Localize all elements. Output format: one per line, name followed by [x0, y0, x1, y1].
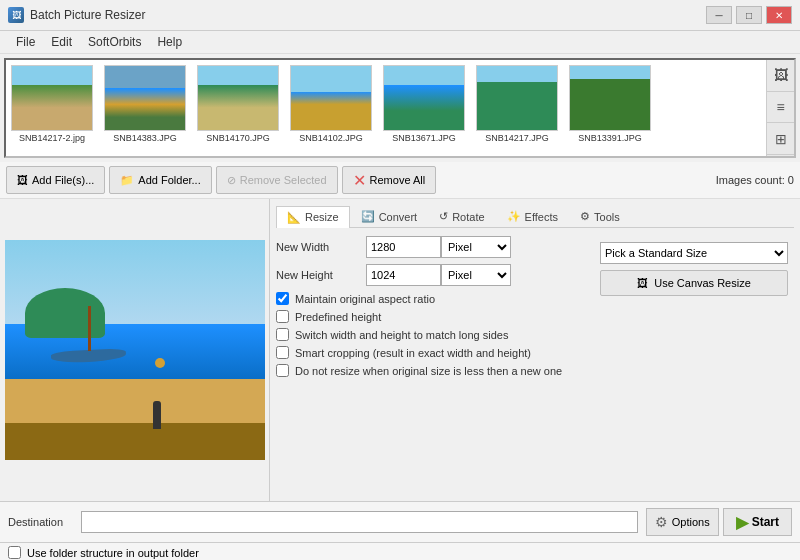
tab-rotate-label: Rotate — [452, 211, 484, 223]
standard-size-select[interactable]: Pick a Standard Size 800x600 1024x768 12… — [600, 242, 788, 264]
island-shape — [25, 288, 105, 338]
preview-image-container — [5, 240, 265, 460]
tab-convert[interactable]: 🔄 Convert — [350, 205, 429, 227]
thumbnail-strip: SNB14217-2.jpg SNB14383.JPG SNB14170.JPG… — [4, 58, 796, 158]
minimize-button[interactable]: ─ — [706, 6, 732, 24]
resize-content: New Width Pixel Percent Cm Inch New Heig… — [276, 236, 794, 382]
titlebar: 🖼 Batch Picture Resizer ─ □ ✕ — [0, 0, 800, 31]
tab-resize-label: Resize — [305, 211, 339, 223]
thumbnail-item[interactable]: SNB13671.JPG — [383, 65, 465, 143]
thumbnail-list: SNB14217-2.jpg SNB14383.JPG SNB14170.JPG… — [11, 65, 657, 143]
smart-crop-checkbox[interactable] — [276, 346, 289, 359]
content-area: 📐 Resize 🔄 Convert ↺ Rotate ✨ Effects ⚙ — [0, 199, 800, 501]
thumbnail-item[interactable]: SNB14102.JPG — [290, 65, 372, 143]
no-resize-checkbox[interactable] — [276, 364, 289, 377]
switch-sides-checkbox[interactable] — [276, 328, 289, 341]
options-button[interactable]: ⚙ Options — [646, 508, 719, 536]
app-icon: 🖼 — [8, 7, 24, 23]
menu-softorbits[interactable]: SoftOrbits — [80, 33, 149, 51]
preview-panel — [0, 199, 270, 501]
thumbnail-sidebar: 🖼 ≡ ⊞ — [766, 60, 794, 156]
thumbnail-image — [104, 65, 186, 131]
thumbnail-image — [569, 65, 651, 131]
thumbnail-label: SNB14102.JPG — [290, 133, 372, 143]
height-label: New Height — [276, 269, 366, 281]
start-button[interactable]: ▶ Start — [723, 508, 792, 536]
close-button[interactable]: ✕ — [766, 6, 792, 24]
menubar: File Edit SoftOrbits Help — [0, 31, 800, 54]
height-unit-select[interactable]: Pixel Percent Cm Inch — [441, 264, 511, 286]
thumbnail-item[interactable]: SNB14217-2.jpg — [11, 65, 93, 143]
sidebar-view-large[interactable]: 🖼 — [767, 60, 794, 92]
resize-form: New Width Pixel Percent Cm Inch New Heig… — [276, 236, 586, 382]
rotate-icon: ↺ — [439, 210, 448, 223]
remove-all-button[interactable]: ✕ Remove All — [342, 166, 437, 194]
no-resize-row: Do not resize when original size is less… — [276, 364, 586, 377]
switch-sides-row: Switch width and height to match long si… — [276, 328, 586, 341]
thumbnail-item[interactable]: SNB14217.JPG — [476, 65, 558, 143]
thumbnail-image — [290, 65, 372, 131]
height-input[interactable] — [366, 264, 441, 286]
switch-sides-label: Switch width and height to match long si… — [295, 329, 508, 341]
thumbnail-image — [383, 65, 465, 131]
tab-tools[interactable]: ⚙ Tools — [569, 205, 631, 227]
predefined-height-checkbox[interactable] — [276, 310, 289, 323]
person-head — [155, 358, 165, 368]
thumbnail-label: SNB13671.JPG — [383, 133, 465, 143]
destination-bar: Destination ⚙ Options ▶ Start — [0, 501, 800, 542]
thumbnail-item[interactable]: SNB13391.JPG — [569, 65, 651, 143]
tab-effects[interactable]: ✨ Effects — [496, 205, 569, 227]
sidebar-view-list[interactable]: ≡ — [767, 92, 794, 124]
width-unit-select[interactable]: Pixel Percent Cm Inch — [441, 236, 511, 258]
remove-selected-icon: ⊘ — [227, 174, 236, 187]
tools-icon: ⚙ — [580, 210, 590, 223]
options-label: Options — [672, 516, 710, 528]
sand-bg — [5, 379, 265, 423]
tab-tools-label: Tools — [594, 211, 620, 223]
tab-convert-label: Convert — [379, 211, 418, 223]
remove-all-label: Remove All — [370, 174, 426, 186]
predefined-height-row: Predefined height — [276, 310, 586, 323]
images-count: Images count: 0 — [716, 174, 794, 186]
destination-input[interactable] — [81, 511, 638, 533]
thumbnail-item[interactable]: SNB14383.JPG — [104, 65, 186, 143]
thumbnail-image — [197, 65, 279, 131]
boat-mast — [88, 306, 91, 351]
tab-rotate[interactable]: ↺ Rotate — [428, 205, 495, 227]
add-folder-label: Add Folder... — [138, 174, 200, 186]
folder-icon: 📁 — [120, 174, 134, 187]
maintain-aspect-checkbox[interactable] — [276, 292, 289, 305]
maintain-aspect-label: Maintain original aspect ratio — [295, 293, 435, 305]
tab-bar: 📐 Resize 🔄 Convert ↺ Rotate ✨ Effects ⚙ — [276, 205, 794, 228]
add-folder-button[interactable]: 📁 Add Folder... — [109, 166, 211, 194]
width-label: New Width — [276, 241, 366, 253]
tab-resize[interactable]: 📐 Resize — [276, 206, 350, 228]
right-controls: Pick a Standard Size 800x600 1024x768 12… — [594, 236, 794, 382]
canvas-resize-button[interactable]: 🖼 Use Canvas Resize — [600, 270, 788, 296]
thumbnail-label: SNB14217.JPG — [476, 133, 558, 143]
canvas-resize-label: Use Canvas Resize — [654, 277, 751, 289]
folder-structure-checkbox[interactable] — [8, 546, 21, 559]
thumbnail-label: SNB13391.JPG — [569, 133, 651, 143]
thumbnail-label: SNB14170.JPG — [197, 133, 279, 143]
menu-file[interactable]: File — [8, 33, 43, 51]
predefined-height-label: Predefined height — [295, 311, 381, 323]
tab-effects-label: Effects — [525, 211, 558, 223]
thumbnail-image — [476, 65, 558, 131]
destination-label: Destination — [8, 516, 73, 528]
maximize-button[interactable]: □ — [736, 6, 762, 24]
thumbnail-label: SNB14383.JPG — [104, 133, 186, 143]
thumbnail-item[interactable]: SNB14170.JPG — [197, 65, 279, 143]
menu-help[interactable]: Help — [149, 33, 190, 51]
add-files-button[interactable]: 🖼 Add File(s)... — [6, 166, 105, 194]
resize-icon: 📐 — [287, 211, 301, 224]
menu-edit[interactable]: Edit — [43, 33, 80, 51]
sidebar-view-grid[interactable]: ⊞ — [767, 123, 794, 155]
remove-selected-label: Remove Selected — [240, 174, 327, 186]
bottom-bar: Use folder structure in output folder — [0, 542, 800, 560]
width-input[interactable] — [366, 236, 441, 258]
width-row: New Width Pixel Percent Cm Inch — [276, 236, 586, 258]
remove-selected-button[interactable]: ⊘ Remove Selected — [216, 166, 338, 194]
options-panel: 📐 Resize 🔄 Convert ↺ Rotate ✨ Effects ⚙ — [270, 199, 800, 501]
toolbar: 🖼 Add File(s)... 📁 Add Folder... ⊘ Remov… — [0, 162, 800, 199]
